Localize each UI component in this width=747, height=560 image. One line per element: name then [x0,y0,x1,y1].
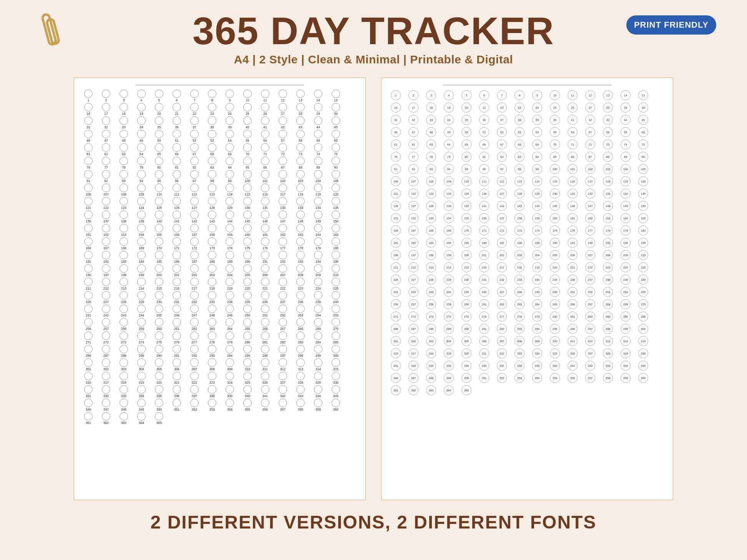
day-circle-num[interactable]: 24 [532,103,542,113]
day-circle[interactable] [190,264,199,273]
day-circle[interactable] [314,251,322,259]
day-circle-num[interactable]: 356 [568,373,578,383]
day-circle-num[interactable]: 348 [426,373,436,383]
day-circle-num[interactable]: 308 [515,336,525,346]
day-circle-num[interactable]: 22 [497,103,507,113]
day-circle-num[interactable]: 140 [461,201,471,211]
day-circle-num[interactable]: 268 [603,299,613,309]
day-circle-num[interactable]: 292 [497,324,507,334]
day-circle[interactable] [261,291,269,300]
day-circle[interactable] [173,210,181,219]
day-circle-num[interactable]: 220 [550,262,560,272]
day-circle-num[interactable]: 213 [426,262,436,272]
day-circle[interactable] [314,89,322,98]
day-circle-num[interactable]: 133 [603,189,613,199]
day-circle[interactable] [173,372,181,380]
day-circle-num[interactable]: 108 [426,176,436,186]
day-circle-num[interactable]: 167 [408,225,418,235]
day-circle-num[interactable]: 38 [515,115,525,125]
day-circle-num[interactable]: 104 [621,164,631,174]
day-circle[interactable] [173,157,181,165]
day-circle[interactable] [120,291,128,300]
day-circle[interactable] [296,116,305,125]
day-circle-num[interactable]: 62 [408,139,418,149]
day-circle-num[interactable]: 243 [426,287,436,297]
day-circle-num[interactable]: 277 [497,311,507,321]
day-circle-num[interactable]: 125 [461,189,471,199]
day-circle-num[interactable]: 5 [461,90,471,100]
day-circle-num[interactable]: 187 [497,238,507,248]
day-circle[interactable] [173,224,181,232]
day-circle-num[interactable]: 351 [479,373,489,383]
day-circle-num[interactable]: 80 [461,152,471,162]
day-circle[interactable] [296,358,305,367]
day-circle-num[interactable]: 184 [444,238,454,248]
day-circle[interactable] [190,318,199,326]
day-circle-num[interactable]: 165 [638,213,648,223]
day-circle[interactable] [332,130,340,138]
day-circle-num[interactable]: 258 [426,299,436,309]
day-circle-num[interactable]: 204 [532,250,542,260]
day-circle[interactable] [84,210,93,219]
day-circle-num[interactable]: 210 [638,250,648,260]
day-circle-num[interactable]: 200 [461,250,471,260]
day-circle-num[interactable]: 67 [497,139,507,149]
day-circle[interactable] [190,170,199,179]
day-circle[interactable] [243,89,252,98]
day-circle-num[interactable]: 354 [532,373,542,383]
day-circle[interactable] [208,331,216,340]
day-circle-num[interactable]: 234 [532,275,542,285]
day-circle[interactable] [155,237,163,246]
day-circle-num[interactable]: 231 [479,275,489,285]
day-circle[interactable] [296,157,305,165]
day-circle-num[interactable]: 92 [408,164,418,174]
day-circle[interactable] [137,278,146,286]
day-circle-num[interactable]: 138 [426,201,436,211]
day-circle[interactable] [84,89,93,98]
day-circle-num[interactable]: 211 [391,262,401,272]
day-circle-num[interactable]: 166 [391,225,401,235]
day-circle-num[interactable]: 339 [532,361,542,371]
day-circle[interactable] [120,264,128,273]
day-circle-num[interactable]: 326 [568,348,578,358]
day-circle[interactable] [261,184,269,192]
day-circle-num[interactable]: 14 [621,90,631,100]
day-circle-num[interactable]: 217 [497,262,507,272]
day-circle-num[interactable]: 23 [515,103,525,113]
day-circle-num[interactable]: 290 [461,324,471,334]
day-circle[interactable] [155,103,163,111]
day-circle-num[interactable]: 176 [568,225,578,235]
day-circle-num[interactable]: 219 [532,262,542,272]
day-circle-num[interactable]: 349 [444,373,454,383]
day-circle-num[interactable]: 248 [515,287,525,297]
day-circle-num[interactable]: 256 [391,299,401,309]
day-circle[interactable] [226,130,234,138]
day-circle[interactable] [261,170,269,179]
day-circle-num[interactable]: 42 [585,115,595,125]
day-circle-num[interactable]: 164 [621,213,631,223]
day-circle[interactable] [208,345,216,353]
day-circle[interactable] [296,318,305,326]
day-circle-num[interactable]: 250 [550,287,560,297]
day-circle[interactable] [332,237,340,246]
day-circle-num[interactable]: 203 [515,250,525,260]
day-circle[interactable] [226,291,234,300]
day-circle-num[interactable]: 199 [444,250,454,260]
day-circle[interactable] [314,278,322,286]
day-circle-num[interactable]: 156 [479,213,489,223]
day-circle[interactable] [243,305,252,313]
day-circle-num[interactable]: 120 [638,176,648,186]
day-circle[interactable] [296,210,305,219]
day-circle[interactable] [243,358,252,367]
day-circle[interactable] [155,291,163,300]
day-circle-num[interactable]: 223 [603,262,613,272]
day-circle-num[interactable]: 276 [479,311,489,321]
day-circle-num[interactable]: 36 [479,115,489,125]
day-circle-num[interactable]: 182 [408,238,418,248]
day-circle-num[interactable]: 121 [391,189,401,199]
day-circle[interactable] [208,130,216,138]
day-circle[interactable] [279,237,287,246]
day-circle[interactable] [137,331,146,340]
day-circle[interactable] [120,345,128,353]
day-circle-num[interactable]: 180 [638,225,648,235]
